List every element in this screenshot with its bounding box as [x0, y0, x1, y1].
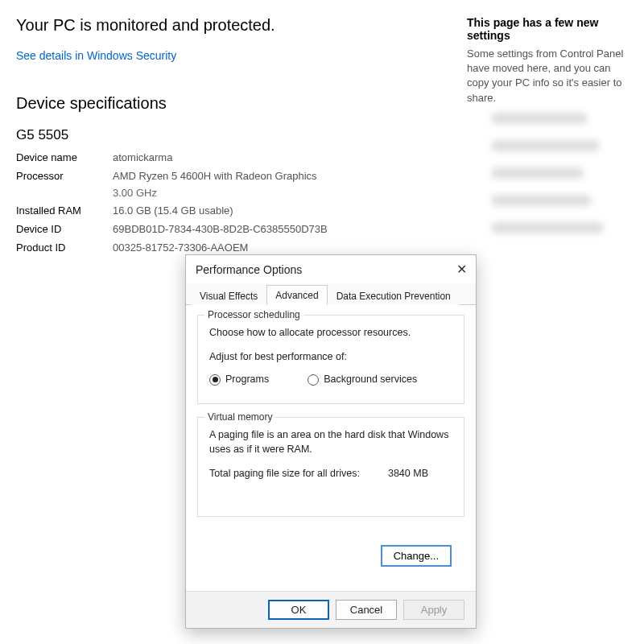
virtual-memory-group: Virtual memory A paging file is an area …: [197, 417, 464, 517]
spec-label: Device name: [16, 150, 113, 167]
spec-value: 69BDB01D-7834-430B-8D2B-C6385550D73B: [113, 221, 328, 238]
dialog-footer: OK Cancel Apply: [186, 591, 476, 628]
dialog-titlebar: Performance Options ✕: [186, 255, 476, 283]
tab-visual-effects[interactable]: Visual Effects: [191, 286, 266, 305]
group-legend: Processor scheduling: [204, 309, 303, 320]
radio-label: Programs: [225, 374, 269, 385]
processor-scheduling-group: Processor scheduling Choose how to alloc…: [197, 315, 464, 404]
apply-button: Apply: [403, 600, 464, 620]
right-text: Some settings from Control Panel have mo…: [467, 47, 628, 105]
blurred-sidebar-links: [491, 113, 620, 250]
vm-total-value: 3840 MB: [388, 468, 428, 479]
group-desc: Choose how to allocate processor resourc…: [209, 325, 452, 340]
right-heading: This page has a few new settings: [467, 16, 628, 42]
spec-value-line2: 3.00 GHz: [113, 185, 317, 202]
vm-total-label: Total paging file size for all drives:: [209, 468, 360, 479]
spec-label: Device ID: [16, 221, 113, 238]
tab-dep[interactable]: Data Execution Prevention: [328, 286, 460, 305]
spec-value: 16.0 GB (15.4 GB usable): [113, 203, 233, 220]
radio-programs[interactable]: Programs: [209, 374, 269, 386]
dialog-tabs: Visual Effects Advanced Data Execution P…: [186, 283, 476, 305]
change-button[interactable]: Change...: [381, 545, 452, 567]
spec-label: Product ID: [16, 240, 113, 257]
spec-value: atomickarma: [113, 150, 172, 167]
radio-label: Background services: [324, 374, 417, 385]
radio-icon: [308, 374, 319, 386]
spec-label: Installed RAM: [16, 203, 113, 220]
right-info-panel: This page has a few new settings Some se…: [467, 16, 628, 105]
spec-value: AMD Ryzen 5 4600H with Radeon Graphics 3…: [113, 168, 317, 202]
radio-background-services[interactable]: Background services: [308, 374, 417, 386]
dialog-body: Processor scheduling Choose how to alloc…: [186, 305, 476, 538]
spec-label: Processor: [16, 168, 113, 202]
cancel-button[interactable]: Cancel: [336, 600, 397, 620]
group-legend: Virtual memory: [204, 411, 275, 423]
group-desc: A paging file is an area on the hard dis…: [209, 427, 452, 456]
dialog-title: Performance Options: [196, 263, 302, 276]
group-subhead: Adjust for best performance of:: [209, 351, 452, 362]
close-icon[interactable]: ✕: [452, 262, 471, 277]
ok-button[interactable]: OK: [268, 600, 329, 620]
spec-value-line1: AMD Ryzen 5 4600H with Radeon Graphics: [113, 170, 317, 182]
tab-advanced[interactable]: Advanced: [266, 285, 327, 305]
radio-icon: [209, 374, 221, 386]
performance-options-dialog: Performance Options ✕ Visual Effects Adv…: [185, 254, 477, 629]
